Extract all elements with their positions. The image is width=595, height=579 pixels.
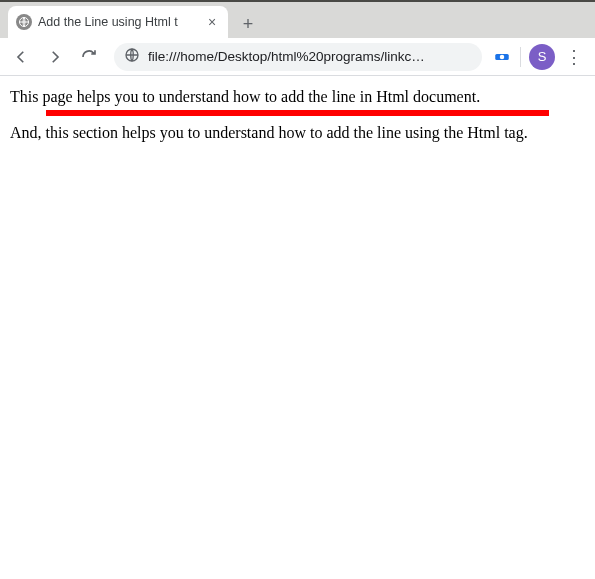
profile-avatar[interactable]: S (529, 44, 555, 70)
back-button[interactable] (6, 42, 36, 72)
reload-button[interactable] (74, 42, 104, 72)
file-icon (124, 47, 140, 66)
close-icon[interactable]: × (204, 14, 220, 30)
address-bar[interactable]: file:///home/Desktop/html%20programs/lin… (114, 43, 482, 71)
browser-toolbar: file:///home/Desktop/html%20programs/lin… (0, 38, 595, 76)
tab-title: Add the Line using Html t (38, 15, 198, 29)
avatar-letter: S (538, 49, 547, 64)
toolbar-separator (520, 47, 521, 67)
browser-tab-active[interactable]: Add the Line using Html t × (8, 6, 228, 38)
paragraph-1: This page helps you to understand how to… (10, 88, 585, 106)
horizontal-rule-red (46, 110, 549, 116)
tab-strip: Add the Line using Html t × + (0, 2, 595, 38)
new-tab-button[interactable]: + (234, 10, 262, 38)
forward-button[interactable] (40, 42, 70, 72)
address-url: file:///home/Desktop/html%20programs/lin… (148, 49, 472, 64)
kebab-menu-icon[interactable]: ⋮ (559, 42, 589, 72)
page-content: This page helps you to understand how to… (0, 76, 595, 154)
paragraph-2: And, this section helps you to understan… (10, 124, 585, 142)
svg-point-3 (500, 54, 505, 59)
extension-icon[interactable] (492, 47, 512, 67)
globe-icon (16, 14, 32, 30)
